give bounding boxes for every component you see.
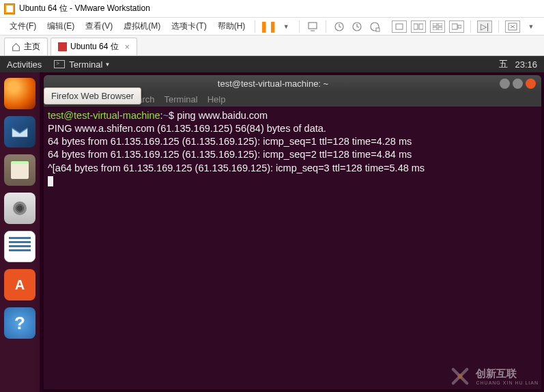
monitor-icon — [307, 21, 318, 32]
output-line-1: PING www.a.shifen.com (61.135.169.125) 5… — [48, 123, 326, 134]
view-quick-switch-button[interactable] — [411, 20, 426, 33]
tab-home[interactable]: 主页 — [4, 38, 48, 55]
stretch-icon — [508, 23, 517, 31]
separator — [326, 20, 326, 33]
terminal-cursor — [48, 176, 53, 186]
vm-icon — [58, 42, 67, 51]
panel-time[interactable]: 23:16 — [515, 59, 537, 70]
stretch-dropdown[interactable]: ▼ — [524, 19, 539, 34]
chevron-down-icon: ▼ — [104, 61, 110, 68]
term-menu-help[interactable]: Help — [207, 94, 226, 104]
menu-vm[interactable]: 虚拟机(M) — [118, 20, 166, 32]
prompt-path: ~ — [163, 110, 169, 121]
enter-fullscreen-button[interactable]: ▷| — [477, 20, 492, 33]
tooltip-text: Firefox Web Browser — [51, 91, 134, 101]
vmware-titlebar: Ubuntu 64 位 - VMware Workstation — [0, 0, 544, 18]
view-console-button[interactable] — [449, 20, 464, 33]
stretch-guest-button[interactable] — [505, 20, 520, 33]
snapshot-manager-button[interactable] — [367, 19, 382, 34]
ubuntu-top-panel: Activities Terminal ▼ 五 23:16 — [0, 56, 544, 72]
term-menu-terminal[interactable]: Terminal — [164, 94, 198, 104]
svg-rect-12 — [438, 27, 442, 30]
prompt-user: test@test-virtual-machine — [48, 110, 160, 121]
activities-button[interactable]: Activities — [7, 59, 42, 70]
thunderbird-icon — [10, 122, 30, 142]
terminal-body[interactable]: test@test-virtual-machine:~$ ping www.ba… — [44, 107, 541, 190]
view-unity-button[interactable] — [430, 20, 445, 33]
app-menu-name[interactable]: Terminal — [69, 59, 102, 70]
menu-file[interactable]: 文件(F) — [4, 20, 42, 32]
separator — [498, 20, 499, 33]
fullscreen-icon: ▷| — [481, 22, 489, 31]
menu-tabs[interactable]: 选项卡(T) — [166, 20, 212, 32]
dropdown-button[interactable]: ▼ — [278, 19, 294, 34]
svg-rect-14 — [458, 25, 461, 28]
menu-edit[interactable]: 编辑(E) — [42, 20, 80, 32]
window-close-button[interactable] — [526, 79, 536, 89]
clock-manage-icon — [369, 21, 380, 32]
launcher-files[interactable] — [4, 154, 35, 186]
unity-view-icon — [433, 23, 442, 30]
tab-home-label: 主页 — [24, 41, 40, 53]
window-minimize-button[interactable] — [500, 79, 510, 89]
launcher-ubuntu-software[interactable] — [4, 269, 35, 300]
terminal-app-icon — [54, 60, 65, 68]
vm-display-area: ? test@test-virtual-machine: ~ File Edit… — [0, 72, 544, 392]
vmware-tabbar: 主页 Ubuntu 64 位 × — [0, 36, 544, 56]
view-single-button[interactable] — [392, 20, 407, 33]
svg-rect-9 — [433, 23, 437, 26]
home-icon — [12, 42, 20, 51]
snapshot-button[interactable] — [332, 19, 347, 34]
vmware-icon — [4, 3, 15, 14]
launcher-thunderbird[interactable] — [4, 116, 35, 148]
menu-view[interactable]: 查看(V) — [80, 20, 118, 32]
svg-rect-13 — [452, 24, 457, 29]
unity-launcher: ? — [0, 72, 40, 392]
tab-vm-label: Ubuntu 64 位 — [70, 41, 119, 53]
prompt-dollar: $ — [169, 110, 177, 121]
svg-rect-8 — [419, 24, 423, 29]
svg-rect-6 — [396, 24, 403, 29]
output-line-3: 64 bytes from 61.135.169.125 (61.135.169… — [48, 149, 412, 160]
vmware-title: Ubuntu 64 位 - VMware Workstation — [19, 3, 150, 14]
clock-icon — [334, 21, 345, 32]
separator — [470, 20, 471, 33]
separator — [255, 20, 255, 33]
svg-rect-5 — [376, 28, 380, 31]
tab-ubuntu-vm[interactable]: Ubuntu 64 位 × — [51, 38, 137, 55]
panel-weekday[interactable]: 五 — [499, 58, 508, 70]
svg-rect-0 — [309, 23, 317, 29]
send-ctrl-alt-del-button[interactable] — [305, 19, 320, 34]
svg-rect-7 — [414, 24, 418, 29]
output-line-2: 64 bytes from 61.135.169.125 (61.135.169… — [48, 136, 412, 147]
separator — [299, 20, 300, 33]
console-view-icon — [452, 23, 461, 30]
window-maximize-button[interactable] — [513, 79, 523, 89]
pause-button[interactable]: ❚❚ — [261, 19, 276, 34]
snapshot-revert-button[interactable] — [349, 19, 364, 34]
launcher-help[interactable]: ? — [4, 307, 35, 339]
command-text: ping www.baidu.com — [177, 110, 268, 121]
vmware-menubar: 文件(F) 编辑(E) 查看(V) 虚拟机(M) 选项卡(T) 帮助(H) ❚❚… — [0, 18, 544, 36]
menu-help[interactable]: 帮助(H) — [212, 20, 251, 32]
svg-rect-10 — [438, 23, 442, 26]
launcher-libreoffice-writer[interactable] — [4, 231, 35, 262]
quick-switch-icon — [414, 23, 423, 30]
svg-rect-11 — [433, 27, 437, 30]
single-window-icon — [395, 23, 403, 30]
output-line-4: ^[a64 bytes from 61.135.169.125 (61.135.… — [48, 163, 425, 173]
terminal-window: test@test-virtual-machine: ~ File Edit V… — [44, 75, 541, 389]
clock-revert-icon — [352, 21, 362, 32]
firefox-tooltip: Firefox Web Browser — [44, 87, 141, 104]
launcher-firefox[interactable] — [4, 78, 35, 109]
launcher-rhythmbox[interactable] — [4, 193, 35, 224]
tab-close-button[interactable]: × — [125, 42, 130, 52]
